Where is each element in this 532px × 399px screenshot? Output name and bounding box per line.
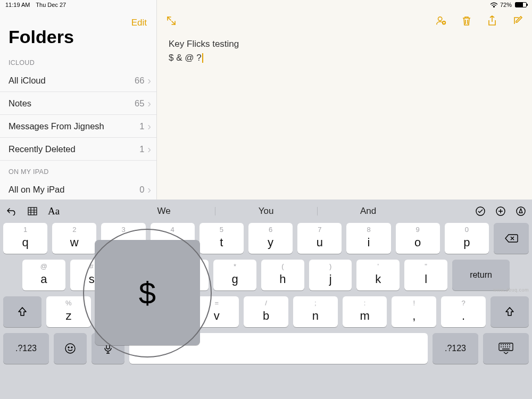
shift-key[interactable] [491, 296, 529, 327]
key-main: s [89, 272, 95, 286]
key-z[interactable]: %z [46, 296, 91, 327]
key-main: y [268, 236, 273, 250]
folder-count: 66 [135, 76, 144, 86]
keyboard-top-bar: Aa We You And [0, 200, 532, 223]
share-icon[interactable] [486, 15, 498, 27]
key-main: p [463, 236, 470, 250]
key-flick: 5 [220, 226, 223, 234]
key-,[interactable]: !, [392, 296, 436, 327]
folder-row-all-icloud[interactable]: All iCloud 66› [0, 69, 156, 92]
note-body[interactable]: Key Flicks testing $ & @ ? [157, 29, 532, 73]
expand-icon[interactable] [165, 15, 177, 27]
folder-label: Messages From Jignesh [9, 121, 104, 131]
key-a[interactable]: @a [22, 260, 65, 290]
key-flick: * [234, 262, 236, 270]
folder-row-all-ipad[interactable]: All on My iPad 0› [0, 178, 156, 201]
battery-icon [515, 2, 527, 7]
key-u[interactable]: 7u [297, 223, 342, 254]
numbers-key[interactable]: .?123 [3, 333, 49, 364]
folder-row-deleted[interactable]: Recently Deleted 1› [0, 138, 156, 161]
key-main: t [220, 236, 223, 250]
key-flick: = [214, 299, 219, 307]
note-area: Key Flicks testing $ & @ ? [157, 0, 532, 200]
key-b[interactable]: /b [244, 296, 288, 327]
wifi-icon [490, 2, 498, 8]
emoji-key[interactable] [54, 333, 87, 364]
folder-row-messages[interactable]: Messages From Jignesh 1› [0, 115, 156, 138]
folder-label: Recently Deleted [9, 144, 76, 154]
key-j[interactable]: )j [309, 260, 352, 290]
format-icon[interactable]: Aa [48, 205, 60, 217]
suggestion[interactable]: And [317, 206, 419, 217]
hide-keyboard-key[interactable] [483, 333, 529, 364]
sidebar: Edit Folders ICLOUD All iCloud 66› Notes… [0, 0, 157, 200]
key-l[interactable]: "l [404, 260, 447, 290]
key-i[interactable]: 8i [346, 223, 390, 254]
edit-button[interactable]: Edit [131, 18, 147, 28]
key-main: , [412, 309, 415, 323]
key-v[interactable]: =v [194, 296, 239, 327]
key-y[interactable]: 6y [248, 223, 293, 254]
table-icon[interactable] [28, 207, 37, 215]
section-header-ipad: ON MY IPAD [0, 161, 156, 178]
plus-circle-icon[interactable] [496, 206, 505, 216]
key-flick: : [364, 299, 366, 307]
return-key[interactable]: return [452, 260, 510, 290]
check-circle-icon[interactable] [476, 206, 485, 216]
add-person-icon[interactable] [435, 15, 447, 27]
key-flick: 0 [465, 226, 469, 234]
compose-icon[interactable] [512, 15, 523, 27]
folder-label: Notes [9, 98, 31, 109]
key-w[interactable]: 2w [52, 223, 96, 254]
key-flick: @ [40, 262, 47, 270]
key-m[interactable]: :m [343, 296, 387, 327]
numbers-key[interactable]: .?123 [433, 333, 478, 364]
shift-key[interactable] [3, 296, 41, 327]
note-line: $ & @ ? [169, 53, 202, 63]
key-flick: ? [462, 299, 466, 307]
svg-rect-2 [28, 207, 37, 215]
pressed-key-preview: $ [95, 240, 200, 345]
key-main: k [375, 272, 381, 286]
key-.[interactable]: ?. [441, 296, 486, 327]
key-main: o [414, 236, 421, 250]
section-header-icloud: ICLOUD [0, 52, 156, 69]
folder-count: 1 [139, 144, 144, 154]
key-h[interactable]: (h [261, 260, 304, 290]
keyboard: Aa We You And 1q2w3e4r5t6y7u8i9o0p @a#s$… [0, 200, 532, 399]
key-o[interactable]: 9o [396, 223, 440, 254]
key-t[interactable]: 5t [200, 223, 244, 254]
key-p[interactable]: 0p [445, 223, 489, 254]
folder-row-notes[interactable]: Notes 65› [0, 92, 156, 115]
trash-icon[interactable] [461, 15, 472, 27]
key-flick: / [265, 299, 267, 307]
folder-count: 65 [135, 98, 144, 109]
svg-point-3 [476, 207, 485, 215]
key-flick: ) [329, 262, 331, 270]
key-flick: 8 [367, 226, 370, 234]
suggestion[interactable]: We [113, 206, 215, 217]
key-main: l [425, 272, 427, 286]
key-g[interactable]: *g [213, 260, 256, 290]
status-bar: 11:19 AM Thu Dec 27 72% [0, 0, 532, 10]
chevron-right-icon: › [147, 98, 151, 109]
backspace-key[interactable] [494, 223, 529, 254]
markup-icon[interactable] [516, 206, 526, 216]
key-flick: " [425, 262, 427, 270]
folder-label: All iCloud [9, 76, 46, 86]
key-main: n [312, 309, 319, 323]
status-time: 11:19 AM [5, 2, 30, 8]
key-main: j [329, 272, 332, 286]
note-line: Key Flicks testing [169, 37, 520, 51]
key-flick: 6 [269, 226, 272, 234]
key-n[interactable]: ;n [293, 296, 338, 327]
key-main: h [279, 272, 286, 286]
key-flick: 3 [121, 226, 125, 234]
key-main: w [70, 236, 79, 250]
suggestion[interactable]: You [215, 206, 317, 217]
key-main: g [231, 272, 238, 286]
key-k[interactable]: 'k [356, 260, 400, 290]
undo-icon[interactable] [6, 207, 17, 215]
key-q[interactable]: 1q [3, 223, 47, 254]
key-main: q [22, 236, 28, 250]
